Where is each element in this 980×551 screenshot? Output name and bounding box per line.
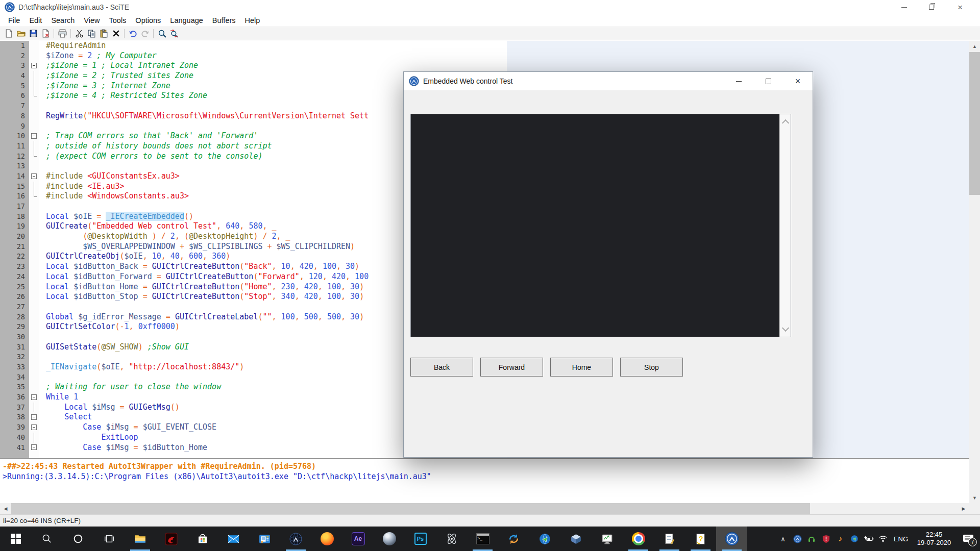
vertical-scrollbar-thumb[interactable] xyxy=(969,52,980,195)
battery-icon[interactable] xyxy=(862,527,876,551)
minimize-icon[interactable] xyxy=(892,0,916,14)
taskbar-idm-icon[interactable] xyxy=(529,527,560,551)
fold-marker-icon[interactable] xyxy=(29,61,39,71)
taskbar-mail-icon[interactable] xyxy=(218,527,249,551)
taskbar-dragon-center-icon[interactable] xyxy=(156,527,187,551)
menu-help[interactable]: Help xyxy=(240,16,265,24)
stop-button[interactable]: Stop xyxy=(620,358,683,377)
fold-marker-icon[interactable] xyxy=(29,191,39,202)
defender-icon[interactable] xyxy=(819,527,833,551)
scroll-left-icon[interactable]: ◀ xyxy=(0,503,11,514)
menu-edit[interactable]: Edit xyxy=(24,16,46,24)
taskbar-resource-monitor-icon[interactable] xyxy=(592,527,623,551)
taskbar-file-explorer-icon[interactable] xyxy=(125,527,156,551)
taskbar-after-effects-icon[interactable]: Ae xyxy=(342,527,374,551)
taskbar-microsoft-store-icon[interactable] xyxy=(187,527,218,551)
taskbar-search-icon[interactable] xyxy=(31,527,62,551)
close-icon[interactable]: × xyxy=(948,0,972,14)
wifi-icon[interactable] xyxy=(876,527,890,551)
fold-marker-icon[interactable] xyxy=(29,91,39,101)
music-icon[interactable]: ♪ xyxy=(833,527,847,551)
open-file-icon[interactable] xyxy=(15,28,27,39)
taskbar-autoit-icon[interactable] xyxy=(716,527,747,551)
taskbar-cmd-icon[interactable]: >_ xyxy=(467,527,498,551)
new-file-icon[interactable] xyxy=(3,28,15,39)
undo-icon[interactable] xyxy=(127,28,139,39)
paste-icon[interactable] xyxy=(97,28,110,39)
taskbar-firefox-icon[interactable] xyxy=(311,527,342,551)
fold-marker-icon[interactable] xyxy=(29,171,39,182)
fold-marker-icon[interactable] xyxy=(29,182,39,192)
taskbar-cortana-icon[interactable] xyxy=(62,527,93,551)
taskbar-autoit-globe-icon[interactable] xyxy=(280,527,311,551)
horizontal-scrollbar-thumb[interactable] xyxy=(11,503,810,514)
action-center-icon[interactable]: 7 xyxy=(957,527,980,551)
menu-options[interactable]: Options xyxy=(131,16,165,24)
taskbar-virtualbox-icon[interactable] xyxy=(560,527,592,551)
embedded-browser-control[interactable] xyxy=(410,114,791,337)
close-file-icon[interactable] xyxy=(39,28,52,39)
menu-search[interactable]: Search xyxy=(46,16,79,24)
dialog-titlebar[interactable]: Embedded Web control Test × xyxy=(404,72,813,90)
vertical-scrollbar[interactable]: ▲ ▼ xyxy=(969,41,980,503)
dialog-maximize-icon[interactable] xyxy=(753,72,783,90)
taskbar-photoshop-icon[interactable]: Ps xyxy=(405,527,436,551)
fold-marker-icon[interactable] xyxy=(29,433,39,443)
embedded-web-control-dialog[interactable]: Embedded Web control Test × BackForwardH… xyxy=(403,71,813,458)
chevron-up-icon[interactable] xyxy=(782,119,789,127)
menu-tools[interactable]: Tools xyxy=(105,16,131,24)
taskbar-electron-icon[interactable] xyxy=(436,527,467,551)
fold-marker-icon[interactable] xyxy=(29,422,39,433)
dialog-close-icon[interactable]: × xyxy=(783,72,813,90)
redo-icon[interactable] xyxy=(139,28,151,39)
fold-marker-icon[interactable] xyxy=(29,141,39,152)
output-pane[interactable]: -##>22:45:43 Restarted AutoIt3Wrapper wi… xyxy=(0,459,969,503)
autoit-tray-icon[interactable] xyxy=(790,527,804,551)
taskbar-office-hub-icon[interactable] xyxy=(249,527,280,551)
fold-marker-icon[interactable] xyxy=(29,81,39,91)
home-button[interactable]: Home xyxy=(550,358,613,377)
menu-language[interactable]: Language xyxy=(165,16,208,24)
cut-icon[interactable] xyxy=(73,28,85,39)
taskbar-cinema4d-icon[interactable] xyxy=(374,527,405,551)
menu-buffers[interactable]: Buffers xyxy=(208,16,240,24)
delete-icon[interactable] xyxy=(110,28,122,39)
line-number: 32 xyxy=(0,352,29,362)
find-icon[interactable] xyxy=(156,28,168,39)
menu-file[interactable]: File xyxy=(4,16,24,24)
print-icon[interactable] xyxy=(56,28,68,39)
scroll-right-icon[interactable]: ▶ xyxy=(958,503,969,514)
scroll-up-icon[interactable]: ▲ xyxy=(969,41,980,52)
copy-icon[interactable] xyxy=(85,28,97,39)
language-indicator[interactable]: ENG xyxy=(890,535,912,543)
scroll-down-icon[interactable]: ▼ xyxy=(969,492,980,503)
headset-icon[interactable] xyxy=(804,527,819,551)
fold-marker-icon[interactable] xyxy=(29,71,39,81)
chevron-down-icon[interactable] xyxy=(782,324,789,332)
fold-marker-icon[interactable] xyxy=(29,392,39,403)
tray-chevron-icon[interactable]: ∧ xyxy=(776,527,790,551)
taskbar-sync-icon[interactable] xyxy=(498,527,529,551)
browser-scrollbar[interactable] xyxy=(779,114,791,337)
back-button[interactable]: Back xyxy=(410,358,473,377)
restore-icon[interactable] xyxy=(920,0,943,14)
taskbar-chrome-icon[interactable] xyxy=(623,527,654,551)
save-file-icon[interactable] xyxy=(27,28,39,39)
fold-marker-icon[interactable] xyxy=(29,403,39,413)
menu-view[interactable]: View xyxy=(79,16,104,24)
taskbar-task-view-icon[interactable] xyxy=(93,527,125,551)
fold-marker-icon[interactable] xyxy=(29,412,39,422)
replace-icon[interactable] xyxy=(168,28,180,39)
fold-marker-icon[interactable] xyxy=(29,131,39,141)
fold-marker-icon[interactable] xyxy=(29,152,39,162)
taskbar-notepad-icon[interactable] xyxy=(654,527,685,551)
taskbar-clock[interactable]: 22:45 19-07-2020 xyxy=(912,531,957,547)
taskbar-start-icon[interactable] xyxy=(0,527,31,551)
forward-button[interactable]: Forward xyxy=(480,358,543,377)
fold-marker-icon[interactable] xyxy=(29,443,39,453)
dialog-minimize-icon[interactable] xyxy=(724,72,753,90)
idm-tray-icon[interactable] xyxy=(847,527,862,551)
horizontal-scrollbar[interactable]: ◀ ▶ xyxy=(0,503,969,514)
line-number: 8 xyxy=(0,111,29,121)
taskbar-autoit-help-icon[interactable]: ? xyxy=(685,527,716,551)
